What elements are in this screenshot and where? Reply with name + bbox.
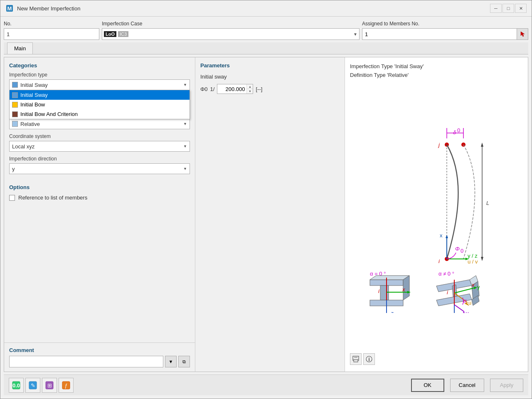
svg-text:y: y — [477, 284, 480, 290]
param-value-input[interactable] — [217, 84, 246, 94]
svg-text:z: z — [390, 310, 394, 313]
diagram-icon-btn1[interactable] — [350, 353, 362, 365]
imperfection-direction-dropdown[interactable]: y ▼ — [9, 163, 190, 174]
main-content-area: Categories Imperfection type Initial Swa… — [4, 57, 528, 372]
param-row: Φ0 1/ ▲ ▼ [--] — [200, 84, 340, 94]
svg-text:u: u — [468, 300, 471, 306]
initial-sway-color-icon — [12, 92, 18, 98]
title-bar: M New Member Imperfection ─ □ ✕ — [0, 0, 532, 17]
comment-input-row: ▼ ⧉ — [9, 356, 190, 367]
toolbar-btn-edit[interactable]: ✎ — [25, 378, 40, 393]
bottom-toolbar: 0.0 ✎ ⊞ ƒ — [4, 374, 528, 395]
title-buttons: ─ □ ✕ — [490, 4, 527, 13]
edit-icon: ✎ — [28, 381, 37, 390]
definition-type-value: Relative — [20, 121, 183, 127]
phi0-angle-label: Φ — [455, 246, 460, 252]
assigned-input-wrap — [362, 28, 528, 40]
middle-panel: Parameters Initial sway Φ0 1/ ▲ ▼ [--] — [195, 57, 345, 372]
definition-type-color-box — [12, 121, 18, 127]
categories-section: Categories Imperfection type Initial Swa… — [9, 62, 190, 174]
svg-text:M: M — [7, 5, 12, 12]
no-value: 1 — [7, 31, 96, 37]
svg-text:i: i — [378, 288, 380, 294]
cancel-button[interactable]: Cancel — [450, 379, 484, 392]
options-title: Options — [9, 184, 190, 190]
apply-button[interactable]: Apply — [490, 379, 523, 392]
svg-text:⊞: ⊞ — [47, 382, 52, 389]
no-label: No. — [4, 20, 99, 27]
diagram-icon-btn2[interactable]: i — [363, 353, 375, 365]
imperfection-direction-group: Imperfection direction y ▼ — [9, 156, 190, 174]
ok-button[interactable]: OK — [411, 379, 444, 392]
diagram-area: δ 0 j — [350, 83, 523, 352]
categories-title: Categories — [9, 62, 190, 69]
toolbar-btn-formula[interactable]: ƒ — [59, 378, 74, 393]
svg-marker-19 — [370, 276, 409, 280]
assigned-field-group: Assigned to Members No. — [362, 20, 528, 40]
svg-rect-53 — [354, 357, 357, 358]
x-label: x — [440, 232, 443, 239]
coordinate-system-label: Coordinate system — [9, 133, 190, 139]
imperfection-direction-arrow-icon: ▼ — [183, 167, 187, 171]
window-title: New Member Imperfection — [17, 5, 487, 12]
comment-input[interactable] — [9, 356, 163, 367]
reference-label: Reference to list of members — [18, 195, 87, 201]
comment-copy-btn[interactable]: ⧉ — [178, 356, 190, 367]
imperfection-type-dropdown[interactable]: Initial Sway ▼ Initial Sway — [9, 79, 190, 90]
left-panel: Categories Imperfection type Initial Swa… — [4, 57, 195, 372]
comment-dropdown-btn[interactable]: ▼ — [165, 356, 177, 367]
svg-rect-17 — [380, 286, 389, 300]
svg-text:i: i — [447, 289, 448, 296]
comment-title: Comment — [9, 347, 190, 353]
tab-main[interactable]: Main — [7, 42, 33, 54]
imperfection-case-group: Imperfection Case LoO IC3 ▼ — [102, 20, 360, 40]
right-panel: Imperfection Type 'Initial Sway' Definit… — [345, 57, 528, 372]
ibeam-alpha0: x z i — [370, 276, 411, 313]
svg-line-36 — [454, 288, 474, 293]
svg-text:α: α — [463, 298, 467, 304]
param-unit: [--] — [256, 86, 262, 92]
delta0-label: δ — [453, 129, 456, 135]
imperfection-case-dropdown[interactable]: LoO IC3 ▼ — [102, 28, 360, 40]
svg-marker-15 — [481, 257, 483, 261]
reference-checkbox[interactable] — [9, 195, 15, 201]
phi0-angle-sub: 0 — [461, 248, 463, 254]
param-separator: 1/ — [210, 86, 215, 92]
close-button[interactable]: ✕ — [515, 4, 527, 13]
right-panel-icons: i — [350, 352, 523, 367]
alpha-neq0-label: α ≠ 0 ° — [438, 271, 454, 277]
definition-type-dropdown[interactable]: Relative ▼ — [9, 118, 190, 129]
coordinate-system-dropdown[interactable]: Local xyz ▼ — [9, 141, 190, 152]
minimize-button[interactable]: ─ — [490, 4, 502, 13]
param-input-wrap: ▲ ▼ — [217, 84, 253, 94]
dropdown-item-initial-bow[interactable]: Initial Bow — [10, 100, 190, 109]
param-spinner-up[interactable]: ▲ — [247, 84, 253, 89]
cursor-icon — [519, 31, 526, 37]
assigned-input[interactable] — [362, 28, 517, 40]
reference-checkbox-row: Reference to list of members — [9, 195, 190, 201]
initial-bow-label: Initial Bow — [20, 101, 45, 108]
dropdown-item-initial-bow-criterion[interactable]: Initial Bow And Criterion — [10, 109, 190, 119]
top-row: No. 1 Imperfection Case LoO IC3 ▼ Assign… — [4, 20, 528, 40]
main-window: M New Member Imperfection ─ □ ✕ No. 1 Im… — [0, 0, 532, 399]
svg-text:✎: ✎ — [31, 382, 35, 389]
initial-sway-label: Initial Sway — [20, 92, 48, 98]
toolbar-btn-view[interactable]: ⊞ — [42, 378, 57, 393]
param-spinner-down[interactable]: ▼ — [247, 89, 253, 94]
svg-marker-14 — [481, 143, 483, 147]
imperfection-type-label: Imperfection type — [9, 72, 190, 78]
imperfection-direction-value: y — [12, 166, 183, 172]
assigned-button[interactable] — [517, 28, 528, 40]
maximize-button[interactable]: □ — [502, 4, 514, 13]
toolbar-btn-numbers[interactable]: 0.0 — [9, 378, 24, 393]
coordinate-system-value: Local xyz — [12, 143, 183, 150]
diagram-print-icon — [352, 355, 360, 363]
imperfection-type-group: Imperfection type Initial Sway ▼ Initial… — [9, 72, 190, 90]
imperfection-type-color-box — [12, 82, 18, 88]
tab-bar: Main — [4, 42, 528, 54]
param-spinners: ▲ ▼ — [246, 84, 253, 94]
no-field-group: No. 1 — [4, 20, 99, 40]
app-icon: M — [5, 4, 14, 12]
imperfection-direction-label: Imperfection direction — [9, 156, 190, 162]
dropdown-item-initial-sway[interactable]: Initial Sway — [10, 90, 190, 100]
